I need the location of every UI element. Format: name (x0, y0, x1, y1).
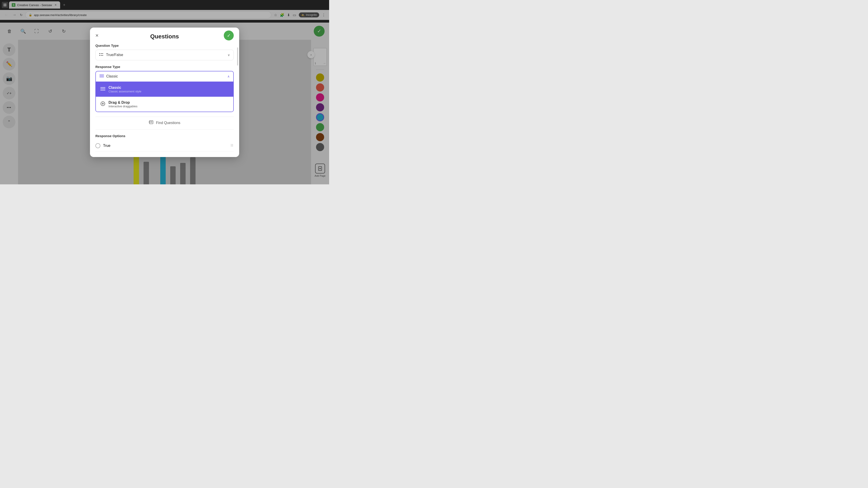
drag-drop-icon (100, 101, 105, 107)
dialog-scrollbar[interactable] (237, 46, 238, 157)
question-type-value: True/False (106, 53, 123, 57)
svg-point-29 (231, 146, 232, 147)
question-type-chevron: ∨ (228, 53, 230, 57)
svg-rect-21 (149, 121, 150, 122)
svg-rect-20 (149, 121, 153, 124)
svg-rect-24 (150, 122, 152, 123)
classic-icon (100, 87, 105, 92)
svg-rect-16 (100, 90, 105, 90)
dialog-close-button[interactable]: × (95, 33, 98, 38)
true-option: True (95, 140, 234, 152)
find-questions-icon (149, 120, 154, 126)
dialog-title: Questions (150, 33, 179, 40)
svg-point-25 (231, 144, 232, 144)
dialog-confirm-icon: ✓ (227, 33, 231, 38)
drag-drop-content: Drag & Drop Interactive draggables (108, 101, 137, 108)
find-questions-button[interactable]: Find Questions (95, 117, 234, 129)
drag-drop-subtitle: Interactive draggables (108, 105, 137, 108)
drag-drop-title: Drag & Drop (108, 101, 137, 105)
svg-point-9 (99, 55, 100, 56)
svg-rect-14 (100, 87, 105, 88)
response-type-chevron: ∧ (227, 74, 230, 78)
classic-subtitle: Classic assessment style (108, 90, 141, 93)
svg-point-26 (232, 144, 233, 144)
svg-rect-22 (150, 121, 152, 122)
question-type-section: Question Type True/False ∨ (95, 43, 234, 60)
response-type-icon (99, 74, 104, 79)
dialog-header: × Questions ✓ (90, 28, 239, 43)
response-type-label: Response Type (95, 65, 234, 69)
response-type-value: Classic (106, 74, 118, 78)
svg-rect-12 (99, 76, 104, 76)
response-options-section: Response Options True (95, 134, 234, 152)
question-type-icon (99, 53, 104, 57)
svg-rect-10 (101, 55, 103, 56)
modal-overlay: × Questions ✓ Question Type (0, 0, 329, 184)
true-label: True (103, 144, 110, 148)
svg-point-7 (99, 53, 100, 54)
question-type-label: Question Type (95, 43, 234, 47)
dialog-confirm-button[interactable]: ✓ (224, 31, 234, 40)
classic-content: Classic Classic assessment style (108, 86, 141, 93)
find-questions-label: Find Questions (156, 121, 180, 125)
scrollbar-thumb (237, 47, 238, 66)
option-classic[interactable]: Classic Classic assessment style (96, 82, 233, 97)
svg-rect-15 (100, 89, 105, 89)
svg-point-27 (231, 145, 232, 145)
response-type-options: Classic Classic assessment style (95, 82, 234, 112)
true-radio[interactable] (95, 143, 100, 148)
svg-point-28 (232, 145, 233, 145)
classic-title: Classic (108, 86, 141, 90)
response-type-section: Response Type Classic ∧ (95, 65, 234, 112)
option-drag-drop[interactable]: Drag & Drop Interactive draggables (96, 97, 233, 111)
questions-dialog: × Questions ✓ Question Type (90, 28, 239, 157)
dialog-body: Question Type True/False ∨ (90, 43, 239, 157)
drag-handle-icon[interactable] (230, 143, 234, 148)
response-type-dropdown[interactable]: Classic ∧ (95, 71, 234, 82)
svg-rect-11 (99, 74, 104, 75)
question-type-dropdown[interactable]: True/False ∨ (95, 50, 234, 60)
svg-rect-13 (99, 77, 104, 77)
svg-rect-8 (101, 53, 103, 54)
svg-point-30 (232, 146, 233, 147)
svg-rect-23 (149, 122, 150, 123)
response-options-label: Response Options (95, 134, 234, 138)
